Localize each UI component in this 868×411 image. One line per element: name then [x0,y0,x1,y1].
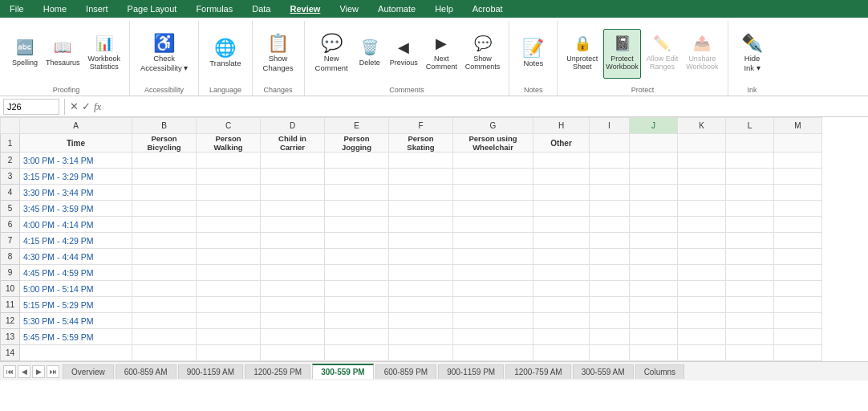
allow-edit-ranges-button[interactable]: ✏️ Allow EditRanges [644,29,681,79]
cell-H8[interactable] [533,249,590,265]
cell-K5[interactable] [678,201,726,217]
cell-D12[interactable] [261,313,325,329]
new-comment-button[interactable]: 💬 NewComment [311,29,352,79]
menu-home[interactable]: Home [40,2,70,15]
cell-D13[interactable] [261,329,325,345]
cell-B9[interactable] [132,265,197,281]
sheet-tab-300-559-pm[interactable]: 300-559 PM [312,364,373,379]
notes-button[interactable]: 📝 Notes [517,29,550,79]
cell-D2[interactable] [261,153,325,169]
cell-I11[interactable] [590,297,630,313]
col-header-C[interactable]: C [197,118,261,134]
cell-I10[interactable] [590,281,630,297]
cell-F13[interactable] [389,329,453,345]
cell-A8[interactable]: 4:30 PM - 4:44 PM [20,249,132,265]
cell-B5[interactable] [132,201,197,217]
cell-H3[interactable] [533,169,590,185]
cell-H2[interactable] [533,153,590,169]
col-header-A[interactable]: A [20,118,132,134]
cell-A10[interactable]: 5:00 PM - 5:14 PM [20,281,132,297]
cell-F12[interactable] [389,313,453,329]
menu-automate[interactable]: Automate [375,2,419,15]
cell-B13[interactable] [132,329,197,345]
cell-C3[interactable] [197,169,261,185]
cell-H4[interactable] [533,185,590,201]
cell-D10[interactable] [261,281,325,297]
cell-A12[interactable]: 5:30 PM - 5:44 PM [20,313,132,329]
cell-C2[interactable] [197,153,261,169]
cell-B11[interactable] [132,297,197,313]
cell-C1[interactable]: PersonWalking [197,134,261,153]
sheet-tab-900-1159-pm[interactable]: 900-1159 PM [438,364,504,379]
cell-C5[interactable] [197,201,261,217]
menu-review[interactable]: Review [286,2,323,15]
cell-F1[interactable]: PersonSkating [389,134,453,153]
cell-J3[interactable] [630,169,678,185]
cell-J8[interactable] [630,249,678,265]
cell-J10[interactable] [630,281,678,297]
cell-K12[interactable] [678,313,726,329]
col-header-H[interactable]: H [533,118,590,134]
cell-K3[interactable] [678,169,726,185]
cell-L8[interactable] [726,249,774,265]
check-accessibility-button[interactable]: ♿ CheckAccessibility ▾ [136,29,192,79]
cell-F3[interactable] [389,169,453,185]
cell-J9[interactable] [630,265,678,281]
cell-E11[interactable] [325,297,389,313]
cell-I2[interactable] [590,153,630,169]
cell-K7[interactable] [678,233,726,249]
sheet-nav-first[interactable]: ⏮ [3,365,16,378]
cell-F4[interactable] [389,185,453,201]
cell-G5[interactable] [453,201,533,217]
cell-K1[interactable] [678,134,726,153]
cell-E12[interactable] [325,313,389,329]
menu-acrobat[interactable]: Acrobat [469,2,506,15]
cell-L14[interactable] [726,345,774,361]
cell-G12[interactable] [453,313,533,329]
cell-I6[interactable] [590,217,630,233]
cell-A7[interactable]: 4:15 PM - 4:29 PM [20,233,132,249]
cell-M14[interactable] [774,345,822,361]
cell-E6[interactable] [325,217,389,233]
cell-C14[interactable] [197,345,261,361]
cell-B1[interactable]: PersonBicycling [132,134,197,153]
cell-L3[interactable] [726,169,774,185]
cell-H1[interactable]: Other [533,134,590,153]
cell-reference[interactable] [3,99,59,115]
menu-insert[interactable]: Insert [83,2,112,15]
cell-G3[interactable] [453,169,533,185]
cell-J7[interactable] [630,233,678,249]
protect-workbook-button[interactable]: 📓 ProtectWorkbook [603,29,640,79]
cell-M4[interactable] [774,185,822,201]
cell-G1[interactable]: Person usingWheelchair [453,134,533,153]
thesaurus-button[interactable]: 📖 Thesaurus [43,29,83,79]
cell-E2[interactable] [325,153,389,169]
sheet-nav-prev[interactable]: ◀ [18,365,30,378]
sheet-tab-900-1159-am[interactable]: 900-1159 AM [178,364,244,379]
cell-L6[interactable] [726,217,774,233]
cell-I14[interactable] [590,345,630,361]
cell-C6[interactable] [197,217,261,233]
cell-E5[interactable] [325,201,389,217]
menu-page-layout[interactable]: Page Layout [124,2,180,15]
cell-B3[interactable] [132,169,197,185]
cell-M9[interactable] [774,265,822,281]
cell-D11[interactable] [261,297,325,313]
cell-J14[interactable] [630,345,678,361]
menu-formulas[interactable]: Formulas [193,2,236,15]
cell-J11[interactable] [630,297,678,313]
cell-D8[interactable] [261,249,325,265]
cell-I9[interactable] [590,265,630,281]
cell-E9[interactable] [325,265,389,281]
cell-A3[interactable]: 3:15 PM - 3:29 PM [20,169,132,185]
cell-I13[interactable] [590,329,630,345]
cell-A4[interactable]: 3:30 PM - 3:44 PM [20,185,132,201]
cell-C11[interactable] [197,297,261,313]
sheet-tab-600-859-pm[interactable]: 600-859 PM [375,364,436,379]
cell-L12[interactable] [726,313,774,329]
cell-K6[interactable] [678,217,726,233]
cell-G10[interactable] [453,281,533,297]
cell-A5[interactable]: 3:45 PM - 3:59 PM [20,201,132,217]
cell-J1[interactable] [630,134,678,153]
cell-E8[interactable] [325,249,389,265]
